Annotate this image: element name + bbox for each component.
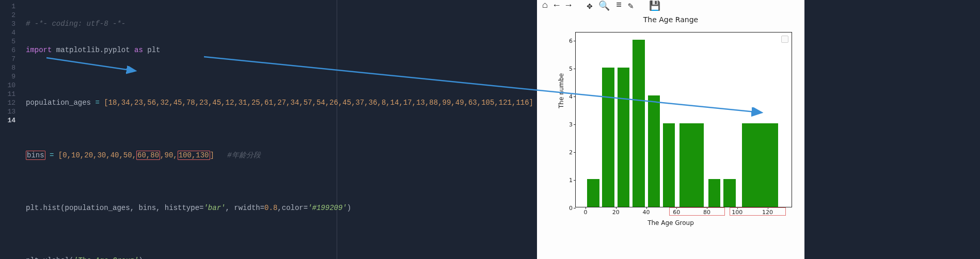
str-xlabel: 'The Age Group' xyxy=(73,256,138,259)
num-rwidth: 0.8 xyxy=(264,204,277,212)
y-tick-label: 2 xyxy=(569,149,573,156)
code-editor[interactable]: 1234567891011121314 # -*- coding: utf-8 … xyxy=(0,0,536,259)
module-name: matplotlib.pyplot xyxy=(56,46,130,54)
line-number: 3 xyxy=(0,20,15,28)
line-number: 11 xyxy=(0,90,15,99)
zoom-icon[interactable]: 🔍 xyxy=(598,0,610,11)
histogram-bar xyxy=(723,179,735,207)
code-area[interactable]: # -*- coding: utf-8 -*- import matplotli… xyxy=(26,2,586,259)
x-tick-label: 20 xyxy=(612,209,620,216)
paren-close: ) xyxy=(138,256,143,259)
highlight-bins-100-130: 100,130 xyxy=(178,151,210,160)
histogram-bar xyxy=(587,179,599,207)
var-bins: bins xyxy=(27,151,44,159)
keyword-import: import xyxy=(26,46,52,54)
y-tick-label: 1 xyxy=(569,177,573,184)
x-tick-label: 0 xyxy=(584,209,588,216)
histogram-bar xyxy=(648,95,660,207)
y-tick-label: 0 xyxy=(569,205,573,212)
y-tick-label: 4 xyxy=(569,93,573,100)
hist-mid: , rwidth= xyxy=(225,204,264,212)
y-tick-label: 5 xyxy=(569,66,573,72)
line-number: 12 xyxy=(0,99,15,107)
histogram-bar xyxy=(633,40,644,207)
line-number: 8 xyxy=(0,63,15,72)
highlight-bins-var: bins xyxy=(26,151,45,160)
line-number: 13 xyxy=(0,107,15,116)
chart-ylabel: The numbe xyxy=(558,73,565,108)
home-icon[interactable]: ⌂ xyxy=(542,0,548,10)
histogram-bar xyxy=(618,68,629,207)
var-population: population_ages xyxy=(26,99,91,107)
configure-icon[interactable]: ≡ xyxy=(616,0,622,10)
histogram-bar xyxy=(679,123,704,207)
x-axis-highlight-box xyxy=(730,207,786,216)
y-tick-label: 6 xyxy=(569,38,573,44)
bins-post: ] xyxy=(210,151,214,159)
code-comment: #年龄分段 xyxy=(227,151,260,159)
population-list: [18,34,23,56,32,45,78,23,45,12,31,25,61,… xyxy=(104,99,533,107)
alias: plt xyxy=(147,46,160,54)
line-number: 7 xyxy=(0,55,15,63)
pan-icon[interactable]: ✥ xyxy=(587,0,592,11)
chart-xlabel: The Age Group xyxy=(537,219,804,226)
highlight-bins-60-80: 60,80 xyxy=(136,151,160,160)
line-number: 6 xyxy=(0,46,15,55)
line-number: 14 xyxy=(0,116,15,125)
figure-toolbar: ⌂ ← → ✥ 🔍 ≡ ✎ 💾 xyxy=(537,0,804,10)
chart-axes: 0123456020406080100120 xyxy=(575,32,792,207)
histogram-bar xyxy=(742,123,778,207)
bins-mid: ,90, xyxy=(160,151,178,159)
code-comment: # -*- coding: utf-8 -*- xyxy=(26,20,125,28)
back-icon[interactable]: ← xyxy=(554,0,560,10)
plt-xlabel: plt.xlabel( xyxy=(26,256,73,259)
line-number-gutter: 1234567891011121314 xyxy=(0,2,21,125)
line-number: 9 xyxy=(0,72,15,81)
str-color: '#199209' xyxy=(308,204,347,212)
bins-pre: [0,10,20,30,40,50, xyxy=(58,151,136,159)
chart-title: The Age Range xyxy=(537,15,804,24)
line-number: 1 xyxy=(0,2,15,11)
histogram-bar xyxy=(602,68,614,207)
matplotlib-figure-window: ⌂ ← → ✥ 🔍 ≡ ✎ 💾 The Age Range The numbe … xyxy=(537,0,804,259)
edit-icon[interactable]: ✎ xyxy=(628,0,634,11)
chart-canvas: The Age Range The numbe 0123456020406080… xyxy=(537,15,804,248)
x-tick-label: 40 xyxy=(643,209,650,216)
forward-icon[interactable]: → xyxy=(566,0,572,10)
plt-hist-call: plt.hist(population_ages, bins, histtype… xyxy=(26,204,203,212)
str-bar: 'bar' xyxy=(203,204,225,212)
x-axis-highlight-box xyxy=(669,207,725,216)
histogram-bar xyxy=(663,123,675,207)
line-number: 10 xyxy=(0,81,15,90)
save-icon[interactable]: 💾 xyxy=(649,0,660,11)
keyword-as: as xyxy=(134,46,143,54)
hist-mid2: ,color= xyxy=(277,204,308,212)
y-tick-label: 3 xyxy=(569,121,573,128)
legend-empty-box xyxy=(781,36,788,43)
paren-close: ) xyxy=(347,204,351,212)
line-number: 2 xyxy=(0,11,15,20)
line-number: 5 xyxy=(0,37,15,46)
histogram-bar xyxy=(708,179,720,207)
line-number: 4 xyxy=(0,28,15,37)
